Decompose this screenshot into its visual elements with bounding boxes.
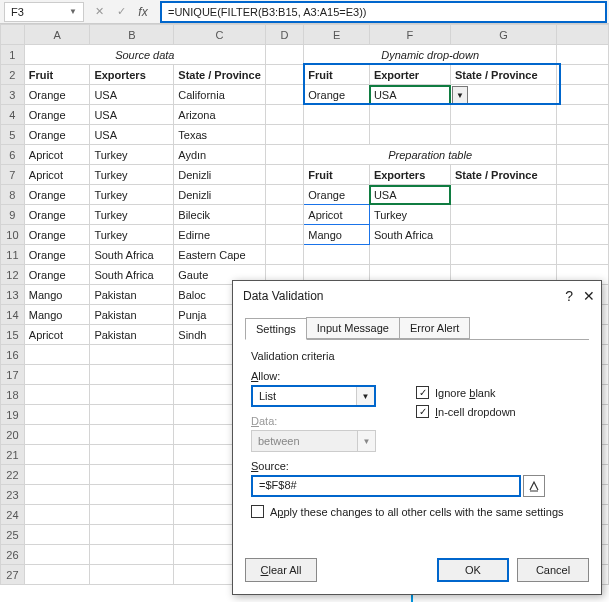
refedit-collapse-icon[interactable] (523, 475, 545, 497)
row-header[interactable]: 14 (1, 305, 25, 325)
cell[interactable]: Mango (24, 305, 90, 325)
row-header[interactable]: 5 (1, 125, 25, 145)
cell[interactable]: USA (369, 185, 450, 205)
row-header[interactable]: 20 (1, 425, 25, 445)
cell[interactable]: South Africa (369, 225, 450, 245)
row-header[interactable]: 2 (1, 65, 25, 85)
cell[interactable]: Turkey (90, 165, 174, 185)
cell[interactable]: Orange (24, 85, 90, 105)
col-header[interactable]: G (451, 25, 557, 45)
cell[interactable]: Pakistan (90, 285, 174, 305)
cell[interactable]: Exporters (90, 65, 174, 85)
col-header[interactable] (556, 25, 608, 45)
cell[interactable]: Turkey (90, 225, 174, 245)
row-header[interactable]: 10 (1, 225, 25, 245)
row-header[interactable]: 27 (1, 565, 25, 585)
source-input[interactable]: =$F$8# (251, 475, 521, 497)
cell[interactable]: Exporter (369, 65, 450, 85)
row-header[interactable]: 11 (1, 245, 25, 265)
col-header[interactable]: D (265, 25, 303, 45)
row-header[interactable]: 1 (1, 45, 25, 65)
name-box[interactable]: F3 ▼ (4, 2, 84, 22)
cell[interactable]: Texas (174, 125, 266, 145)
row-header[interactable]: 21 (1, 445, 25, 465)
cell[interactable]: Orange (24, 205, 90, 225)
row-header[interactable]: 22 (1, 465, 25, 485)
cell[interactable]: Eastern Cape (174, 245, 266, 265)
tab-error-alert[interactable]: Error Alert (399, 317, 471, 339)
active-cell[interactable]: USA (369, 85, 450, 105)
cell[interactable]: Turkey (90, 185, 174, 205)
help-icon[interactable]: ? (565, 288, 573, 304)
cell[interactable]: Denizli (174, 165, 266, 185)
cell[interactable]: State / Province (451, 165, 557, 185)
cell[interactable]: Turkey (369, 205, 450, 225)
tab-settings[interactable]: Settings (245, 318, 307, 340)
row-header[interactable]: 24 (1, 505, 25, 525)
cell[interactable]: Pakistan (90, 325, 174, 345)
cell[interactable]: Arizona (174, 105, 266, 125)
ignore-blank-checkbox[interactable]: ✓ Ignore blank (416, 386, 516, 399)
tab-input-message[interactable]: Input Message (306, 317, 400, 339)
cell[interactable]: Orange (304, 85, 370, 105)
chevron-down-icon[interactable]: ▼ (69, 7, 77, 16)
cell[interactable]: Bilecik (174, 205, 266, 225)
col-header[interactable]: E (304, 25, 370, 45)
row-header[interactable]: 13 (1, 285, 25, 305)
row-header[interactable]: 18 (1, 385, 25, 405)
cell[interactable]: Orange (24, 105, 90, 125)
cell[interactable]: Exporters (369, 165, 450, 185)
cell[interactable]: Orange (24, 125, 90, 145)
source-title[interactable]: Source data (24, 45, 265, 65)
cancel-button[interactable]: Cancel (517, 558, 589, 582)
row-header[interactable]: 7 (1, 165, 25, 185)
cell[interactable]: USA (90, 105, 174, 125)
col-header[interactable]: A (24, 25, 90, 45)
row-header[interactable]: 19 (1, 405, 25, 425)
cell[interactable]: Orange (24, 245, 90, 265)
dynamic-title[interactable]: Dynamic drop-down (304, 45, 557, 65)
row-header[interactable]: 26 (1, 545, 25, 565)
cell[interactable]: Aydın (174, 145, 266, 165)
cell[interactable]: State / Province (174, 65, 266, 85)
row-header[interactable]: 17 (1, 365, 25, 385)
row-header[interactable]: 15 (1, 325, 25, 345)
cell[interactable]: Apricot (24, 145, 90, 165)
cell[interactable]: Apricot (24, 165, 90, 185)
clear-all-button[interactable]: Clear All (245, 558, 317, 582)
col-header[interactable]: B (90, 25, 174, 45)
cell[interactable]: South Africa (90, 245, 174, 265)
cell[interactable]: Fruit (304, 65, 370, 85)
cell[interactable]: Orange (24, 225, 90, 245)
cell[interactable]: Apricot (304, 205, 370, 225)
cell[interactable]: California (174, 85, 266, 105)
cell[interactable]: Mango (304, 225, 370, 245)
col-header[interactable]: F (369, 25, 450, 45)
dropdown-chevron-icon[interactable]: ▼ (452, 86, 468, 104)
allow-combo[interactable]: List ▼ (251, 385, 376, 407)
row-header[interactable]: 12 (1, 265, 25, 285)
fx-icon[interactable]: fx (132, 2, 154, 22)
cell[interactable]: Turkey (90, 205, 174, 225)
row-header[interactable]: 6 (1, 145, 25, 165)
row-header[interactable]: 4 (1, 105, 25, 125)
col-header[interactable]: C (174, 25, 266, 45)
row-header[interactable]: 3 (1, 85, 25, 105)
cell[interactable]: Turkey (90, 145, 174, 165)
cell[interactable]: USA (90, 125, 174, 145)
cell[interactable]: State / Province (451, 65, 557, 85)
cell[interactable]: Apricot (24, 325, 90, 345)
cell[interactable]: Fruit (304, 165, 370, 185)
row-header[interactable]: 9 (1, 205, 25, 225)
cell[interactable]: Denizli (174, 185, 266, 205)
dialog-titlebar[interactable]: Data Validation ? ✕ (233, 281, 601, 311)
cell[interactable]: South Africa (90, 265, 174, 285)
cell[interactable]: Pakistan (90, 305, 174, 325)
cell[interactable]: Orange (304, 185, 370, 205)
cell[interactable]: Orange (24, 185, 90, 205)
prep-title[interactable]: Preparation table (304, 145, 557, 165)
cell[interactable]: Edirne (174, 225, 266, 245)
row-header[interactable]: 8 (1, 185, 25, 205)
row-header[interactable]: 23 (1, 485, 25, 505)
cell[interactable]: USA (90, 85, 174, 105)
